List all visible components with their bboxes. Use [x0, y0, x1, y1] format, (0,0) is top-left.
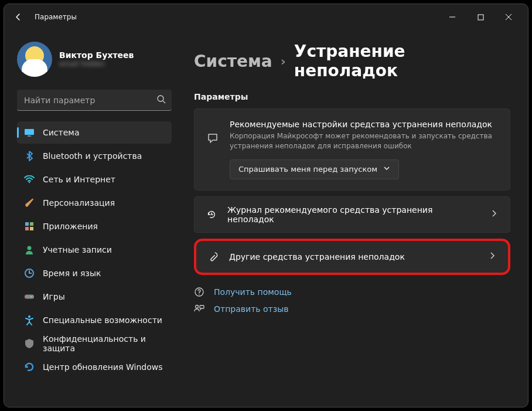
sidebar-item-windows-update[interactable]: Центр обновления Windows [17, 356, 172, 378]
row-label: Журнал рекомендуемого средства устранени… [227, 205, 479, 224]
gamepad-icon [24, 291, 35, 302]
svg-point-17 [196, 305, 199, 308]
apps-icon [24, 221, 35, 232]
sidebar-item-personalization[interactable]: Персонализация [17, 192, 172, 214]
svg-rect-8 [30, 227, 33, 230]
recommended-settings-card: Рекомендуемые настройки средства устране… [194, 108, 510, 191]
troubleshooter-preference-dropdown[interactable]: Спрашивать меня перед запуском [230, 159, 399, 179]
sidebar-item-accessibility[interactable]: Специальные возможности [17, 309, 172, 331]
section-label: Параметры [194, 92, 510, 101]
svg-rect-7 [25, 227, 29, 230]
wrench-icon [208, 252, 219, 262]
chevron-down-icon [383, 165, 390, 174]
accessibility-icon [24, 315, 35, 325]
sidebar-item-label: Система [43, 128, 79, 137]
chevron-right-icon [488, 251, 496, 262]
minimize-button[interactable] [439, 8, 466, 26]
sidebar-item-privacy[interactable]: Конфиденциальность и защита [17, 332, 172, 355]
svg-rect-2 [25, 129, 34, 135]
svg-rect-3 [28, 135, 31, 137]
svg-point-4 [29, 182, 30, 183]
search-icon [156, 94, 166, 106]
svg-rect-6 [30, 222, 33, 226]
chat-icon [206, 120, 219, 179]
profile-email: email hidden [59, 60, 134, 68]
svg-rect-5 [25, 222, 29, 226]
sidebar: Виктор Бухтеев email hidden Система Blue… [4, 30, 180, 407]
window-title: Параметры [35, 13, 77, 21]
svg-point-12 [26, 296, 28, 298]
brush-icon [24, 198, 35, 208]
chevron-right-icon: › [281, 54, 286, 69]
sidebar-item-system[interactable]: Система [17, 121, 172, 144]
person-icon [24, 244, 35, 255]
row-label: Другие средства устранения неполадок [229, 252, 478, 261]
settings-window: Параметры Виктор Бухтеев email hidden [4, 4, 528, 407]
dropdown-value: Спрашивать меня перед запуском [238, 165, 377, 174]
sidebar-item-label: Конфиденциальность и защита [43, 334, 165, 353]
history-icon [206, 209, 217, 220]
shield-icon [24, 338, 35, 349]
avatar [17, 42, 52, 77]
breadcrumb: Система › Устранение неполадок [194, 42, 510, 80]
maximize-button[interactable] [467, 8, 494, 26]
bluetooth-icon [24, 151, 35, 161]
chevron-right-icon [490, 209, 498, 220]
search-box [17, 90, 172, 111]
sidebar-item-gaming[interactable]: Игры [17, 286, 172, 308]
sidebar-item-bluetooth[interactable]: Bluetooth и устройства [17, 145, 172, 167]
svg-point-9 [28, 246, 32, 250]
sidebar-item-accounts[interactable]: Учетные записи [17, 239, 172, 261]
window-controls [439, 8, 522, 26]
sidebar-item-network[interactable]: Сеть и Интернет [17, 168, 172, 191]
titlebar: Параметры [4, 4, 528, 30]
help-icon [194, 287, 204, 297]
get-help-link[interactable]: Получить помощь [194, 287, 510, 297]
sidebar-item-label: Персонализация [43, 198, 115, 208]
svg-point-13 [30, 296, 32, 298]
close-button[interactable] [495, 8, 522, 26]
sidebar-item-label: Учетные записи [43, 245, 112, 254]
breadcrumb-parent[interactable]: Система [194, 52, 272, 71]
card-title: Рекомендуемые настройки средства устране… [230, 120, 498, 129]
svg-point-16 [199, 294, 200, 295]
svg-point-1 [158, 96, 163, 101]
clock-globe-icon [24, 268, 35, 278]
update-icon [24, 362, 35, 372]
monitor-icon [24, 127, 35, 138]
sidebar-item-time-language[interactable]: Время и язык [17, 262, 172, 284]
profile-name: Виктор Бухтеев [59, 50, 134, 60]
main-content: Система › Устранение неполадок Параметры… [180, 30, 528, 407]
nav-list: Система Bluetooth и устройства Сеть и Ин… [17, 121, 172, 378]
troubleshooter-history-row[interactable]: Журнал рекомендуемого средства устранени… [194, 196, 510, 233]
card-description: Корпорация Майкрософт может рекомендоват… [230, 131, 498, 151]
other-troubleshooters-row[interactable]: Другие средства устранения неполадок [194, 239, 510, 275]
back-button[interactable] [10, 9, 26, 25]
wifi-icon [24, 174, 35, 185]
sidebar-item-label: Время и язык [43, 269, 101, 278]
page-title: Устранение неполадок [294, 42, 510, 80]
card-body: Рекомендуемые настройки средства устране… [230, 120, 498, 179]
sidebar-item-label: Специальные возможности [43, 315, 162, 325]
link-label: Получить помощь [214, 287, 292, 297]
search-input[interactable] [17, 90, 172, 111]
sidebar-item-apps[interactable]: Приложения [17, 215, 172, 237]
window-body: Виктор Бухтеев email hidden Система Blue… [4, 30, 528, 407]
profile-block[interactable]: Виктор Бухтеев email hidden [17, 42, 172, 77]
link-label: Отправить отзыв [214, 304, 288, 314]
svg-point-14 [28, 315, 30, 318]
give-feedback-link[interactable]: Отправить отзыв [194, 304, 510, 314]
svg-rect-0 [478, 15, 483, 20]
sidebar-item-label: Игры [43, 292, 65, 301]
svg-rect-18 [200, 305, 204, 308]
profile-text: Виктор Бухтеев email hidden [59, 50, 134, 68]
feedback-icon [194, 304, 204, 314]
sidebar-item-label: Центр обновления Windows [43, 362, 162, 372]
svg-rect-11 [25, 294, 34, 298]
sidebar-item-label: Bluetooth и устройства [43, 151, 142, 161]
sidebar-item-label: Приложения [43, 222, 98, 231]
footer-links: Получить помощь Отправить отзыв [194, 287, 510, 314]
sidebar-item-label: Сеть и Интернет [43, 175, 115, 184]
